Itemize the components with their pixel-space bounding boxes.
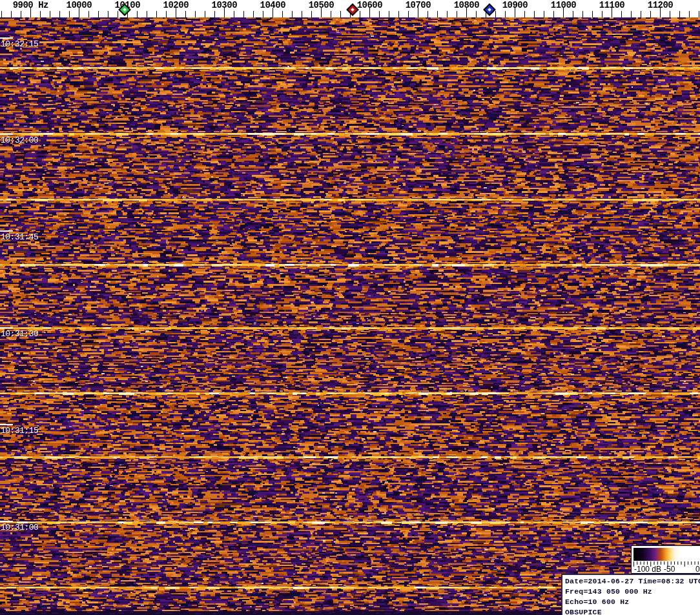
time-tick-mark (0, 424, 13, 425)
time-tick-mark (0, 230, 13, 232)
legend-mid-label: -50 (664, 565, 675, 574)
freq-tick-label: 11200 (648, 0, 674, 10)
info-frequency-line: Freq=143 050 000 Hz (565, 587, 700, 597)
freq-tick-label: 10900 (502, 0, 528, 10)
freq-tick-label: 10500 (309, 0, 335, 10)
freq-tick-label: 10600 (357, 0, 383, 10)
time-tick-mark (0, 134, 13, 135)
legend-gradient-bar (633, 548, 700, 561)
observation-info-box: Date=2014-06-27 Time=08:32 UTC Freq=143 … (561, 574, 700, 615)
info-station-line: OBSUPICE (565, 607, 700, 615)
freq-tick-label: 10700 (406, 0, 431, 10)
freq-tick-label: 10400 (260, 0, 286, 10)
freq-tick-label: 10200 (163, 0, 189, 10)
time-label: 10:31:15 (1, 426, 38, 436)
time-label: 10:31:45 (1, 232, 38, 242)
time-label: 10:31:30 (1, 329, 38, 339)
spectrogram-canvas (0, 17, 700, 615)
time-label: 10:32:15 (1, 39, 38, 49)
freq-tick-label: 11000 (551, 0, 577, 10)
time-tick-mark (0, 37, 13, 39)
legend-max-label: 0 (695, 565, 700, 574)
time-tick-mark (0, 521, 13, 522)
frequency-ruler: 9900 Hz100001010010200103001040010500106… (0, 0, 700, 17)
freq-tick-label: 10000 (67, 0, 92, 10)
intensity-legend: -100 dB -50 0 (631, 545, 700, 574)
time-label: 10:31:00 (1, 523, 38, 532)
time-tick-mark (0, 327, 13, 328)
freq-tick-label: 11100 (599, 0, 625, 10)
freq-tick-label: 10800 (454, 0, 480, 10)
info-date-time-line: Date=2014-06-27 Time=08:32 UTC (565, 576, 700, 587)
info-echo-line: Echo=10 600 Hz (565, 597, 700, 607)
spectrogram-app: 9900 Hz100001010010200103001040010500106… (0, 0, 700, 615)
freq-tick-label: 10300 (212, 0, 238, 10)
time-label: 10:32:00 (1, 136, 38, 145)
legend-min-label: -100 dB (634, 565, 661, 574)
freq-tick-label: 9900 Hz (13, 0, 48, 10)
